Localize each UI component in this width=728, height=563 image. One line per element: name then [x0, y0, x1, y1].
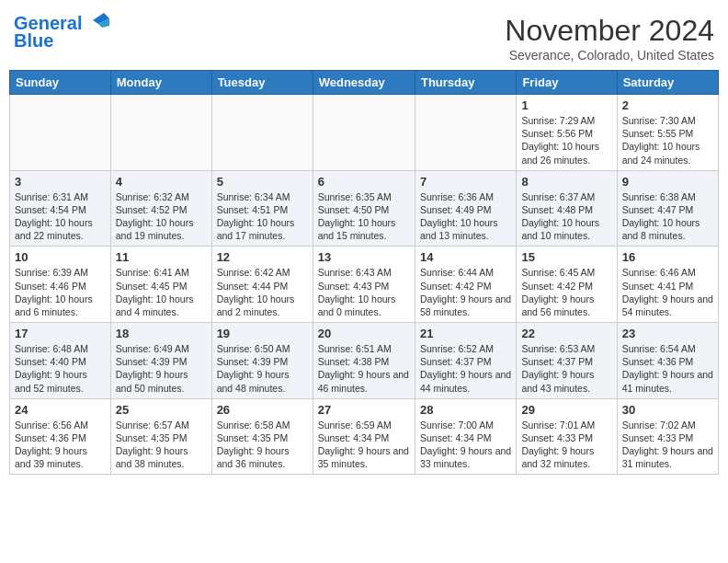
day-number: 16	[622, 250, 713, 264]
calendar-cell: 4Sunrise: 6:32 AM Sunset: 4:52 PM Daylig…	[110, 170, 211, 247]
calendar-cell	[110, 95, 211, 171]
day-number: 21	[420, 327, 511, 340]
calendar-cell: 22Sunrise: 6:53 AM Sunset: 4:37 PM Dayli…	[517, 323, 617, 399]
weekday-header-monday: Monday	[110, 71, 211, 95]
day-number: 26	[217, 403, 308, 417]
title-block: November 2024 Severance, Colorado, Unite…	[505, 14, 714, 63]
day-info: Sunrise: 6:36 AM Sunset: 4:49 PM Dayligh…	[420, 190, 511, 243]
weekday-header-row: SundayMondayTuesdayWednesdayThursdayFrid…	[10, 71, 719, 95]
calendar-cell: 12Sunrise: 6:42 AM Sunset: 4:44 PM Dayli…	[211, 247, 313, 323]
day-info: Sunrise: 6:52 AM Sunset: 4:37 PM Dayligh…	[420, 342, 511, 395]
day-info: Sunrise: 6:31 AM Sunset: 4:54 PM Dayligh…	[15, 190, 106, 243]
weekday-header-tuesday: Tuesday	[211, 71, 313, 95]
day-info: Sunrise: 6:39 AM Sunset: 4:46 PM Dayligh…	[15, 266, 106, 318]
calendar-cell: 17Sunrise: 6:48 AM Sunset: 4:40 PM Dayli…	[10, 323, 111, 399]
day-info: Sunrise: 6:38 AM Sunset: 4:47 PM Dayligh…	[622, 190, 713, 243]
day-number: 19	[217, 327, 308, 340]
day-info: Sunrise: 7:02 AM Sunset: 4:33 PM Dayligh…	[622, 419, 713, 471]
week-row-2: 3Sunrise: 6:31 AM Sunset: 4:54 PM Daylig…	[10, 170, 719, 247]
logo-bird-icon	[85, 11, 109, 31]
day-info: Sunrise: 6:48 AM Sunset: 4:40 PM Dayligh…	[15, 342, 106, 395]
calendar-cell: 26Sunrise: 6:58 AM Sunset: 4:35 PM Dayli…	[211, 398, 313, 475]
day-number: 9	[622, 175, 713, 189]
day-info: Sunrise: 6:57 AM Sunset: 4:35 PM Dayligh…	[116, 419, 207, 471]
calendar-cell: 27Sunrise: 6:59 AM Sunset: 4:34 PM Dayli…	[313, 398, 415, 475]
day-info: Sunrise: 6:54 AM Sunset: 4:36 PM Dayligh…	[622, 342, 713, 395]
day-number: 17	[15, 327, 106, 340]
day-info: Sunrise: 6:44 AM Sunset: 4:42 PM Dayligh…	[420, 266, 511, 318]
day-number: 23	[622, 327, 713, 340]
day-number: 10	[15, 250, 106, 264]
day-number: 22	[521, 327, 611, 340]
day-number: 5	[217, 175, 308, 189]
day-info: Sunrise: 6:51 AM Sunset: 4:38 PM Dayligh…	[318, 342, 410, 395]
day-number: 30	[622, 403, 713, 417]
calendar-cell	[211, 95, 313, 171]
day-info: Sunrise: 7:00 AM Sunset: 4:34 PM Dayligh…	[420, 419, 511, 471]
logo-blue: Blue	[14, 30, 53, 52]
calendar-cell: 8Sunrise: 6:37 AM Sunset: 4:48 PM Daylig…	[517, 170, 617, 247]
calendar-cell: 9Sunrise: 6:38 AM Sunset: 4:47 PM Daylig…	[617, 170, 718, 247]
day-info: Sunrise: 6:56 AM Sunset: 4:36 PM Dayligh…	[15, 419, 106, 471]
day-number: 6	[318, 175, 410, 189]
calendar-cell: 30Sunrise: 7:02 AM Sunset: 4:33 PM Dayli…	[617, 398, 718, 475]
day-number: 24	[15, 403, 106, 417]
calendar-cell: 24Sunrise: 6:56 AM Sunset: 4:36 PM Dayli…	[10, 398, 111, 475]
day-number: 28	[420, 403, 511, 417]
day-number: 20	[318, 327, 410, 340]
week-row-4: 17Sunrise: 6:48 AM Sunset: 4:40 PM Dayli…	[10, 323, 719, 399]
calendar-cell: 2Sunrise: 7:30 AM Sunset: 5:55 PM Daylig…	[617, 95, 718, 171]
day-info: Sunrise: 6:43 AM Sunset: 4:43 PM Dayligh…	[318, 266, 410, 318]
day-info: Sunrise: 6:49 AM Sunset: 4:39 PM Dayligh…	[116, 342, 207, 395]
day-number: 18	[116, 327, 207, 340]
day-number: 27	[318, 403, 410, 417]
weekday-header-sunday: Sunday	[10, 71, 111, 95]
calendar-cell: 20Sunrise: 6:51 AM Sunset: 4:38 PM Dayli…	[313, 323, 415, 399]
calendar-cell: 18Sunrise: 6:49 AM Sunset: 4:39 PM Dayli…	[110, 323, 211, 399]
day-number: 14	[420, 250, 511, 264]
month-title: November 2024	[505, 14, 714, 48]
day-number: 8	[521, 175, 611, 189]
day-number: 29	[521, 403, 611, 417]
calendar-cell: 7Sunrise: 6:36 AM Sunset: 4:49 PM Daylig…	[415, 170, 516, 247]
calendar-cell: 10Sunrise: 6:39 AM Sunset: 4:46 PM Dayli…	[10, 247, 111, 323]
calendar-cell: 29Sunrise: 7:01 AM Sunset: 4:33 PM Dayli…	[517, 398, 617, 475]
day-info: Sunrise: 6:50 AM Sunset: 4:39 PM Dayligh…	[217, 342, 308, 395]
logo: General Blue	[14, 14, 109, 52]
day-info: Sunrise: 6:41 AM Sunset: 4:45 PM Dayligh…	[116, 266, 207, 318]
day-number: 13	[318, 250, 410, 264]
week-row-3: 10Sunrise: 6:39 AM Sunset: 4:46 PM Dayli…	[10, 247, 719, 323]
day-number: 3	[15, 175, 106, 189]
calendar-cell: 15Sunrise: 6:45 AM Sunset: 4:42 PM Dayli…	[517, 247, 617, 323]
day-number: 11	[116, 250, 207, 264]
day-number: 2	[622, 98, 713, 112]
day-number: 15	[521, 250, 611, 264]
calendar-cell: 14Sunrise: 6:44 AM Sunset: 4:42 PM Dayli…	[415, 247, 516, 323]
calendar-cell: 21Sunrise: 6:52 AM Sunset: 4:37 PM Dayli…	[415, 323, 516, 399]
weekday-header-friday: Friday	[517, 71, 617, 95]
calendar-cell	[415, 95, 516, 171]
day-number: 4	[116, 175, 207, 189]
day-number: 12	[217, 250, 308, 264]
day-info: Sunrise: 6:46 AM Sunset: 4:41 PM Dayligh…	[622, 266, 713, 318]
calendar-cell: 3Sunrise: 6:31 AM Sunset: 4:54 PM Daylig…	[10, 170, 111, 247]
day-info: Sunrise: 6:58 AM Sunset: 4:35 PM Dayligh…	[217, 419, 308, 471]
calendar-cell: 25Sunrise: 6:57 AM Sunset: 4:35 PM Dayli…	[110, 398, 211, 475]
calendar-cell	[10, 95, 111, 171]
day-number: 1	[521, 98, 611, 112]
week-row-5: 24Sunrise: 6:56 AM Sunset: 4:36 PM Dayli…	[10, 398, 719, 475]
calendar-table: SundayMondayTuesdayWednesdayThursdayFrid…	[9, 70, 719, 475]
day-number: 7	[420, 175, 511, 189]
calendar-cell	[313, 95, 415, 171]
calendar-cell: 5Sunrise: 6:34 AM Sunset: 4:51 PM Daylig…	[211, 170, 313, 247]
day-info: Sunrise: 6:35 AM Sunset: 4:50 PM Dayligh…	[318, 190, 410, 243]
day-info: Sunrise: 7:01 AM Sunset: 4:33 PM Dayligh…	[521, 419, 611, 471]
day-number: 25	[116, 403, 207, 417]
calendar-cell: 13Sunrise: 6:43 AM Sunset: 4:43 PM Dayli…	[313, 247, 415, 323]
day-info: Sunrise: 7:29 AM Sunset: 5:56 PM Dayligh…	[521, 114, 611, 167]
calendar-cell: 11Sunrise: 6:41 AM Sunset: 4:45 PM Dayli…	[110, 247, 211, 323]
day-info: Sunrise: 6:59 AM Sunset: 4:34 PM Dayligh…	[318, 419, 410, 471]
weekday-header-thursday: Thursday	[415, 71, 516, 95]
calendar-cell: 23Sunrise: 6:54 AM Sunset: 4:36 PM Dayli…	[617, 323, 718, 399]
calendar-cell: 28Sunrise: 7:00 AM Sunset: 4:34 PM Dayli…	[415, 398, 516, 475]
